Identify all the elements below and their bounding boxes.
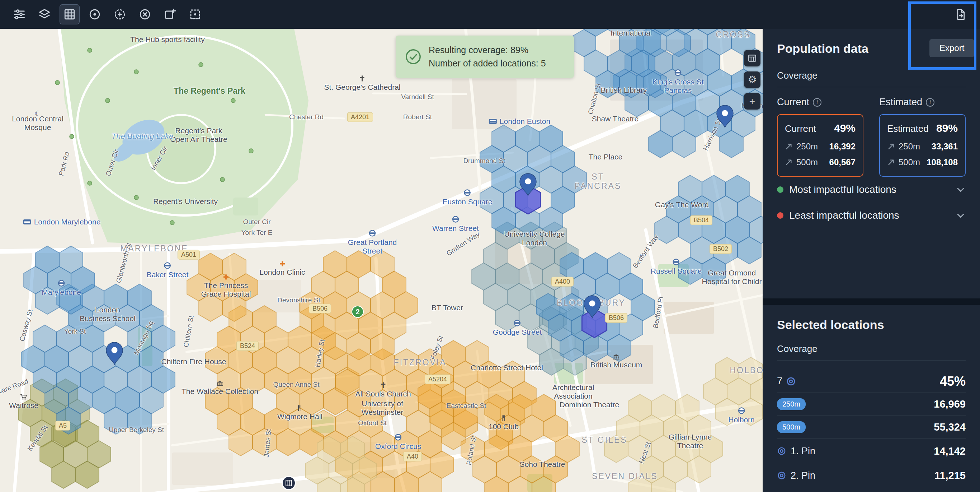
radius-250m-pill: 250m xyxy=(777,398,806,410)
radius-500m-pill: 500m xyxy=(777,421,806,433)
radius-arrow-icon xyxy=(785,158,793,166)
green-dot-icon xyxy=(777,186,783,193)
selected-panel-title: Selected locations xyxy=(777,318,966,332)
toast-line2: Number of added locations: 5 xyxy=(429,57,546,70)
estimated-card-label: Estimated xyxy=(887,123,929,134)
estimated-column-head: Estimated i xyxy=(879,97,966,108)
coverage-column-heads: Current i Estimated i xyxy=(777,97,966,108)
current-500m-row: 500m 60,567 xyxy=(785,157,856,167)
filter-sliders-icon[interactable] xyxy=(10,4,29,24)
pin-ring-icon xyxy=(777,446,786,456)
radius-500m-row: 500m 55,324 xyxy=(777,416,966,439)
plus-icon: + xyxy=(749,96,755,106)
selected-locations-panel: Selected locations Coverage 7 45% 250m 1… xyxy=(763,305,980,492)
coverage-cards: Current 49% 250m 16,392 500m 60,567 Esti… xyxy=(777,114,966,177)
red-dot-icon xyxy=(777,212,783,219)
hex-grid-tool-icon[interactable] xyxy=(60,4,80,24)
toast-text: Resulting coverage: 89% Number of added … xyxy=(429,43,546,70)
current-column-head: Current i xyxy=(777,97,864,108)
total-coverage-pct: 45% xyxy=(940,374,966,389)
map-canvas[interactable]: The Hub sports facilityThe Regent's Park… xyxy=(0,29,763,492)
radius-arrow-icon xyxy=(887,142,895,150)
estimated-500m-row: 500m 108,108 xyxy=(887,157,958,167)
clear-circle-icon[interactable] xyxy=(135,4,155,24)
map-base-layer xyxy=(0,29,763,492)
pin-1-row[interactable]: 1. Pin 14,142 xyxy=(777,439,966,463)
top-toolbar xyxy=(0,0,980,29)
export-tooltip: Export xyxy=(929,39,974,57)
chevron-down-icon xyxy=(956,211,966,220)
current-card-pct: 49% xyxy=(834,122,856,134)
toolbar-left-group xyxy=(10,4,205,24)
estimated-250m-row: 250m 33,361 xyxy=(887,142,958,152)
estimated-coverage-card: Estimated 89% 250m 33,361 500m 108,108 xyxy=(879,114,966,177)
estimated-info-icon[interactable]: i xyxy=(926,98,934,107)
chevron-down-icon xyxy=(956,185,966,195)
least-impactful-expander[interactable]: Least impactful locations xyxy=(777,203,966,228)
current-250m-row: 250m 16,392 xyxy=(785,142,856,152)
table-panel-button[interactable] xyxy=(744,50,760,66)
export-highlight-box: Export xyxy=(908,2,977,70)
add-frame-icon[interactable] xyxy=(160,4,180,24)
current-card-label: Current xyxy=(785,123,816,134)
zoom-in-button[interactable]: + xyxy=(744,93,760,110)
settings-gear-button[interactable]: ⚙ xyxy=(744,72,760,88)
radius-arrow-icon xyxy=(887,158,895,166)
coverage-toast: Resulting coverage: 89% Number of added … xyxy=(396,35,574,78)
current-info-icon[interactable]: i xyxy=(813,98,821,107)
most-impactful-expander[interactable]: Most impactful locations xyxy=(777,177,966,203)
select-area-icon[interactable] xyxy=(185,4,205,24)
gear-icon: ⚙ xyxy=(748,75,757,85)
location-count: 7 xyxy=(777,375,796,387)
layers-icon[interactable] xyxy=(35,4,54,24)
radius-arrow-icon xyxy=(785,142,793,150)
pin-ring-icon xyxy=(777,471,786,480)
coverage-section-label: Coverage xyxy=(777,70,966,87)
selected-coverage-label: Coverage xyxy=(777,343,966,361)
current-coverage-card: Current 49% 250m 16,392 500m 60,567 xyxy=(777,114,864,177)
estimated-card-pct: 89% xyxy=(936,122,958,134)
radius-tool-icon[interactable] xyxy=(110,4,130,24)
sidebar: Population data Coverage Current i Estim… xyxy=(763,29,980,492)
toast-line1: Resulting coverage: 89% xyxy=(429,43,546,57)
circle-target-icon[interactable] xyxy=(85,4,105,24)
location-ring-icon xyxy=(786,376,796,387)
check-circle-icon xyxy=(405,48,422,65)
road-line xyxy=(373,93,466,94)
total-coverage-row: 7 45% xyxy=(777,370,966,393)
radius-250m-row: 250m 16,969 xyxy=(777,393,966,416)
pin-2-row[interactable]: 2. Pin 11,215 xyxy=(777,463,966,488)
